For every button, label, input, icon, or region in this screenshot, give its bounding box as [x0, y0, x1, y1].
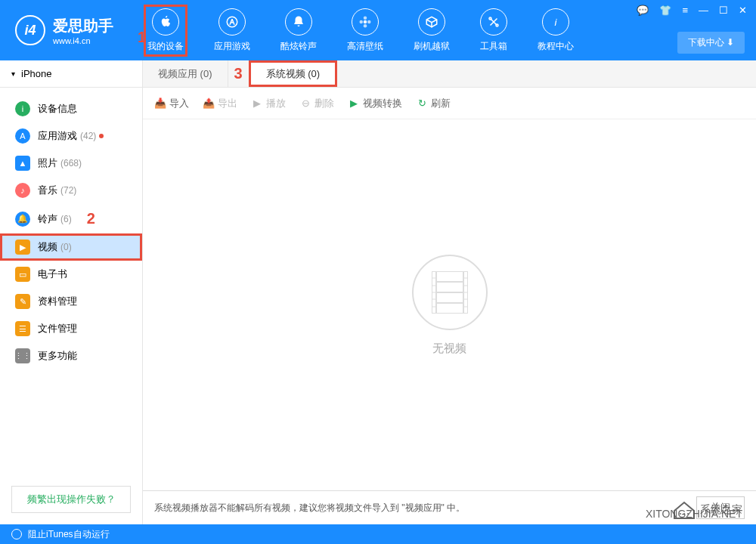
export-icon: 📤 — [203, 97, 215, 110]
skin-icon[interactable]: 👕 — [659, 5, 671, 16]
sidebar-label: 文件管理 — [38, 322, 77, 335]
toolbar-label: 播放 — [266, 97, 286, 110]
main: 视频应用 (0)3系统视频 (0) 📥导入📤导出▶播放⊖删除▶视频转换↻刷新 无… — [143, 60, 756, 524]
svg-point-5 — [367, 20, 371, 23]
device-info-icon: i — [15, 101, 30, 116]
svg-point-1 — [364, 20, 367, 23]
import-icon: 📥 — [154, 97, 166, 110]
nav-label: 工具箱 — [480, 40, 507, 53]
tabs: 视频应用 (0)3系统视频 (0) — [143, 60, 756, 88]
sidebar-label: 照片 — [38, 156, 57, 170]
logo-subtitle: www.i4.cn — [53, 36, 113, 45]
toolbar-import[interactable]: 📥导入 — [154, 97, 189, 110]
videos-icon: ▶ — [15, 240, 30, 255]
sidebar-label: 设备信息 — [38, 102, 77, 116]
sidebar-item-ebooks[interactable]: ▭电子书 — [0, 261, 142, 288]
photos-icon: ▲ — [15, 156, 30, 171]
app-icon — [218, 8, 246, 36]
close-icon[interactable]: ✕ — [739, 5, 747, 16]
nav: 我的设备应用游戏酷炫铃声高清壁纸刷机越狱工具箱i教程中心 — [144, 5, 578, 57]
toolbar-label: 视频转换 — [363, 97, 402, 110]
nav-box[interactable]: 刷机越狱 — [410, 5, 454, 57]
nav-label: 应用游戏 — [214, 40, 250, 53]
logo-title: 爱思助手 — [53, 16, 113, 36]
sidebar-item-music[interactable]: ♪音乐(72) — [0, 177, 142, 204]
data-icon: ✎ — [15, 294, 30, 309]
nav-label: 我的设备 — [147, 40, 184, 53]
bell-icon — [285, 8, 312, 36]
empty-content: 无视频 — [143, 119, 756, 490]
footer-bar: 阻止iTunes自动运行 — [0, 524, 756, 544]
svg-point-3 — [364, 24, 367, 28]
nav-label: 刷机越狱 — [414, 40, 450, 53]
sidebar-item-files[interactable]: ☰文件管理 — [0, 315, 142, 342]
files-icon: ☰ — [15, 321, 30, 336]
sidebar-label: 资料管理 — [38, 295, 77, 308]
annotation-3: 3 — [234, 65, 243, 82]
nav-app[interactable]: 应用游戏 — [210, 5, 254, 57]
ringtones-icon: 🔔 — [15, 212, 30, 227]
sidebar-item-photos[interactable]: ▲照片(668) — [0, 150, 142, 177]
menu-icon[interactable]: ≡ — [682, 5, 688, 16]
window-controls: 💬 👕 ≡ ― ☐ ✕ — [637, 5, 747, 16]
sidebar-item-device-info[interactable]: i设备信息 — [0, 95, 142, 122]
footer-label[interactable]: 阻止iTunes自动运行 — [28, 528, 110, 541]
svg-text:i: i — [555, 16, 558, 27]
feedback-icon[interactable]: 💬 — [637, 5, 649, 16]
nav-label: 高清壁纸 — [347, 40, 383, 53]
box-icon — [418, 8, 445, 36]
sidebar-count: (0) — [60, 242, 72, 252]
svg-point-2 — [364, 16, 367, 20]
toolbar: 📥导入📤导出▶播放⊖删除▶视频转换↻刷新 — [143, 88, 756, 119]
toolbar-delete: ⊖删除 — [299, 97, 334, 110]
tab-0[interactable]: 视频应用 (0) — [143, 60, 228, 87]
tab-1[interactable]: 系统视频 (0) — [249, 60, 338, 87]
sidebar-item-data[interactable]: ✎资料管理 — [0, 288, 142, 315]
sidebar-count: (72) — [60, 185, 76, 196]
itunes-toggle-icon[interactable] — [11, 529, 22, 539]
info-icon: i — [542, 8, 569, 36]
maximize-icon[interactable]: ☐ — [719, 5, 728, 16]
nav-flower[interactable]: 高清壁纸 — [343, 5, 387, 57]
nav-tools[interactable]: 工具箱 — [476, 5, 511, 57]
convert-icon: ▶ — [348, 97, 360, 110]
sidebar-count: (6) — [60, 214, 72, 224]
sidebar-count: (42) — [80, 131, 96, 141]
sidebar-item-ringtones[interactable]: 🔔铃声(6)2 — [0, 204, 142, 233]
sidebar-label: 电子书 — [38, 267, 67, 281]
tools-icon — [480, 8, 507, 36]
sidebar-label: 音乐 — [38, 184, 57, 197]
music-icon: ♪ — [15, 183, 30, 198]
toolbar-convert[interactable]: ▶视频转换 — [348, 97, 402, 110]
device-selector[interactable]: iPhone — [0, 60, 142, 88]
svg-point-4 — [360, 20, 364, 23]
sidebar-item-videos[interactable]: ▶视频(0) — [0, 233, 142, 261]
nav-label: 教程中心 — [538, 40, 574, 53]
sidebar-item-apps[interactable]: A应用游戏(42) — [0, 122, 142, 150]
bottom-tip: 系统视频播放器不能解码所有视频，建议您将视频文件导入到 "视频应用" 中。 — [154, 502, 465, 515]
sidebar-items: i设备信息A应用游戏(42)▲照片(668)♪音乐(72)🔔铃声(6)2▶视频(… — [0, 88, 142, 474]
sidebar-item-more[interactable]: ⋮⋮更多功能 — [0, 342, 142, 369]
close-button[interactable]: 关闭 — [696, 496, 745, 519]
nav-bell[interactable]: 酷炫铃声 — [277, 5, 321, 57]
nav-info[interactable]: i教程中心 — [534, 5, 578, 57]
sidebar-label: 更多功能 — [38, 349, 77, 363]
help-link[interactable]: 频繁出现操作失败？ — [11, 486, 131, 513]
header: i4 爱思助手 www.i4.cn 1 我的设备应用游戏酷炫铃声高清壁纸刷机越狱… — [0, 0, 756, 60]
download-center-button[interactable]: 下载中心 ⬇ — [677, 32, 745, 54]
toolbar-label: 刷新 — [431, 97, 451, 110]
ebooks-icon: ▭ — [15, 267, 30, 282]
more-icon: ⋮⋮ — [15, 348, 30, 363]
minimize-icon[interactable]: ― — [699, 5, 708, 16]
logo: i4 爱思助手 www.i4.cn — [0, 15, 144, 45]
toolbar-refresh[interactable]: ↻刷新 — [416, 97, 451, 110]
empty-label: 无视频 — [432, 342, 466, 356]
apple-icon — [152, 8, 179, 36]
film-icon — [412, 255, 488, 330]
nav-apple[interactable]: 我的设备 — [144, 5, 187, 57]
toolbar-label: 导出 — [218, 97, 237, 110]
sidebar: iPhone i设备信息A应用游戏(42)▲照片(668)♪音乐(72)🔔铃声(… — [0, 60, 143, 524]
sidebar-label: 视频 — [38, 240, 57, 254]
apps-icon: A — [15, 128, 30, 144]
toolbar-label: 导入 — [169, 97, 189, 110]
